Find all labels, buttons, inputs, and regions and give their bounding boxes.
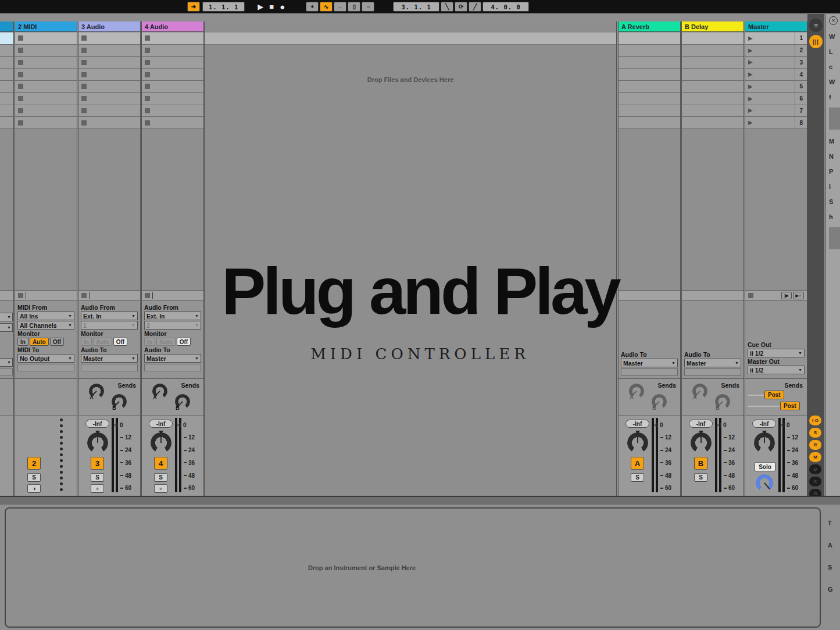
master-out-dropdown[interactable]: ii1/2▼: [748, 366, 805, 374]
track-4-header[interactable]: 4 Audio: [142, 22, 203, 32]
clip-slot[interactable]: [78, 105, 140, 117]
track-3-activator[interactable]: 3: [91, 457, 104, 470]
track-1-header[interactable]: [0, 22, 13, 32]
return-a-volume-knob[interactable]: [627, 432, 648, 453]
monitor-off-button[interactable]: Off: [113, 338, 127, 346]
clip-slot[interactable]: [78, 93, 140, 105]
clip-slot[interactable]: [142, 45, 203, 57]
track-4-volume-display[interactable]: -Inf: [149, 420, 173, 428]
clip-slot[interactable]: [619, 57, 680, 69]
loop-start-display[interactable]: 3. 1. 1: [393, 2, 439, 12]
scene-play-icon[interactable]: ▶: [748, 35, 753, 41]
monitor-in-button[interactable]: In: [17, 338, 28, 346]
clip-slot[interactable]: [0, 93, 13, 105]
clip-stop-icon[interactable]: [18, 72, 23, 77]
scene-play-icon[interactable]: ▶: [748, 108, 753, 113]
track-3-arm-button[interactable]: ●: [91, 484, 104, 493]
send-a-knob[interactable]: A: [152, 384, 167, 399]
return-b-volume-display[interactable]: -Inf: [689, 420, 713, 428]
track-4-activator[interactable]: 4: [154, 457, 167, 470]
scene-play-icon[interactable]: ▶: [748, 48, 753, 53]
send-b-post-button[interactable]: Post: [780, 402, 800, 410]
return-b-activator[interactable]: B: [694, 457, 707, 470]
master-volume-knob[interactable]: [754, 432, 775, 453]
monitor-auto-button[interactable]: Auto: [93, 338, 112, 346]
scene-slot[interactable]: ▶8: [745, 117, 807, 129]
clip-slot[interactable]: [682, 45, 744, 57]
record-button[interactable]: ●: [280, 2, 285, 11]
clip-slot[interactable]: [142, 69, 203, 81]
clip-stop-icon[interactable]: [145, 48, 150, 53]
track-2-header[interactable]: 2 MIDI: [15, 22, 77, 32]
clip-slot[interactable]: [682, 105, 744, 117]
clip-stop-icon[interactable]: [18, 60, 23, 65]
cue-volume-knob[interactable]: [756, 474, 773, 492]
punch-out-button[interactable]: ╱: [469, 2, 481, 12]
clip-slot[interactable]: [78, 33, 140, 45]
clip-stop-icon[interactable]: [18, 35, 23, 41]
punch-in-button[interactable]: ╲: [441, 2, 453, 12]
send-a-knob[interactable]: A: [692, 384, 707, 399]
clip-stop-icon[interactable]: [145, 96, 150, 101]
clip-slot[interactable]: [15, 81, 77, 93]
scene-slot[interactable]: ▶5: [745, 81, 807, 93]
mixer-view-button[interactable]: |||: [809, 35, 823, 48]
send-b-knob[interactable]: B: [112, 394, 127, 409]
follow-button[interactable]: ➔: [187, 2, 200, 12]
scene-slot[interactable]: ▶3: [745, 57, 807, 69]
clip-stop-icon[interactable]: [81, 60, 87, 65]
track-2-arm-button[interactable]: ◑: [27, 484, 41, 493]
return-a-volume-display[interactable]: -Inf: [625, 420, 649, 428]
clip-slot[interactable]: [619, 105, 680, 117]
track-2-activator[interactable]: 2: [27, 457, 41, 470]
clip-slot[interactable]: [142, 93, 203, 105]
toggle-d[interactable]: D: [809, 464, 821, 474]
clip-stop-icon[interactable]: [18, 96, 23, 101]
clip-stop-icon[interactable]: [18, 84, 23, 89]
clip-slot[interactable]: [15, 93, 77, 105]
clip-slot[interactable]: [142, 57, 203, 69]
overview-menu-button[interactable]: ≡: [809, 19, 823, 32]
clip-slot[interactable]: [682, 81, 744, 93]
clip-stop-icon[interactable]: [145, 72, 150, 77]
toggle-i-o[interactable]: I-O: [809, 416, 821, 425]
send-a-knob[interactable]: A: [629, 384, 644, 399]
clip-slot[interactable]: [142, 81, 203, 93]
clip-slot[interactable]: [15, 117, 77, 129]
clip-stop-icon[interactable]: [145, 35, 150, 41]
monitor-off-button[interactable]: Off: [177, 338, 191, 346]
clip-slot[interactable]: [78, 45, 140, 57]
clip-slot[interactable]: [619, 81, 680, 93]
send-b-knob[interactable]: B: [175, 394, 190, 409]
clip-slot[interactable]: [142, 33, 203, 45]
play-button[interactable]: ▶: [258, 3, 263, 10]
clip-stop-icon[interactable]: [145, 60, 150, 65]
toggle-s[interactable]: S: [809, 428, 821, 438]
monitor-in-button[interactable]: In: [144, 338, 155, 346]
send-b-knob[interactable]: B: [652, 394, 667, 409]
clip-slot[interactable]: [15, 105, 77, 117]
monitor-off-button[interactable]: Off: [50, 338, 64, 346]
clip-slot[interactable]: [78, 69, 140, 81]
clip-slot[interactable]: [682, 93, 744, 105]
scene-play-icon[interactable]: ▶: [748, 71, 753, 77]
master-header[interactable]: Master: [745, 22, 807, 32]
track-4-arm-button[interactable]: ●: [154, 484, 167, 493]
clip-slot[interactable]: [15, 57, 77, 69]
clip-stop-icon[interactable]: [81, 120, 87, 126]
track-3-volume-knob[interactable]: [87, 432, 108, 453]
clip-stop-icon[interactable]: [18, 48, 23, 53]
clip-slot[interactable]: [142, 105, 203, 117]
track-3-header[interactable]: 3 Audio: [78, 22, 140, 32]
toggle-x[interactable]: X: [809, 477, 821, 486]
return-b-volume-knob[interactable]: [691, 432, 712, 453]
clip-slot[interactable]: [682, 117, 744, 129]
automation-arm-button[interactable]: ∿: [320, 2, 333, 12]
return-b-solo-button[interactable]: S: [694, 473, 707, 482]
track-3-solo-button[interactable]: S: [91, 473, 104, 482]
clip-stop-icon[interactable]: [81, 35, 87, 41]
clip-stop-icon[interactable]: [81, 84, 87, 89]
clip-slot[interactable]: [682, 33, 744, 45]
toggle-m[interactable]: M: [809, 452, 821, 462]
clip-slot[interactable]: [78, 117, 140, 129]
